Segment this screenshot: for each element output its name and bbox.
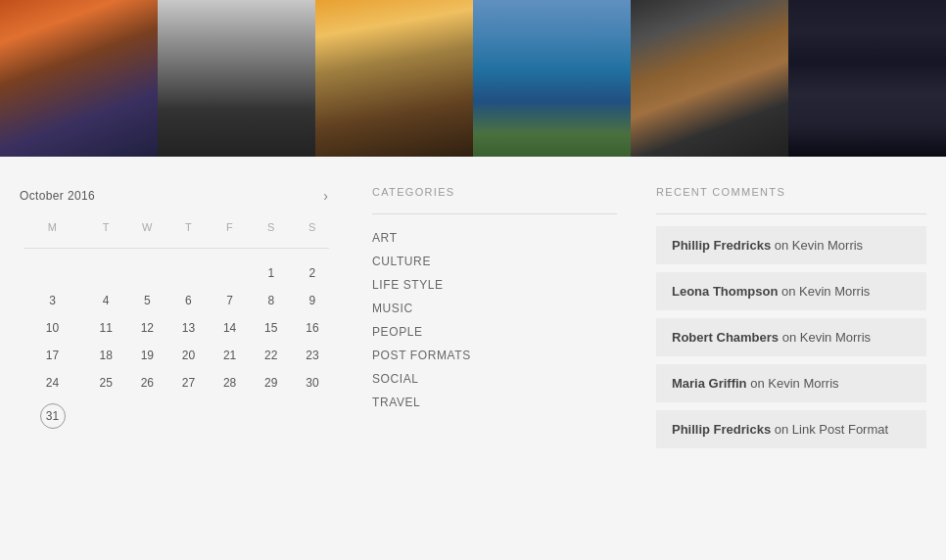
comment-post-link-2[interactable]: Kevin Morris [799, 284, 870, 299]
category-item[interactable]: MUSIC [372, 297, 617, 320]
commenter-name-5: Phillip Fredricks [672, 422, 771, 437]
calendar-weekday-row: M T W T F S S [20, 217, 333, 241]
weekday-wed: W [126, 217, 167, 241]
hero-image-6 [788, 0, 946, 157]
comments-divider [656, 213, 926, 214]
comment-preposition-2: on [781, 284, 799, 299]
category-item[interactable]: ART [372, 226, 617, 250]
comment-card-4: Maria Griffin on Kevin Morris [656, 364, 926, 402]
comment-post-link-5[interactable]: Link Post Format [792, 422, 888, 437]
calendar-table: M T W T F S S 1 2 [20, 217, 333, 436]
category-item[interactable]: SOCIAL [372, 367, 617, 391]
comment-preposition-1: on [775, 238, 792, 253]
categories-divider [372, 213, 617, 214]
category-item[interactable]: LIFE STYLE [372, 273, 617, 297]
hero-image-3 [315, 0, 473, 157]
calendar-week-1: 1 2 [20, 259, 333, 287]
comment-preposition-4: on [750, 376, 768, 391]
commenter-name-3: Robert Chambers [672, 330, 779, 345]
calendar-week-3: 10 11 12 13 14 15 16 [20, 314, 333, 342]
category-item[interactable]: CULTURE [372, 250, 617, 273]
calendar-week-6: 31 [20, 397, 333, 436]
comment-card-1: Phillip Fredricks on Kevin Morris [656, 226, 926, 264]
calendar-week-5: 24 25 26 27 28 29 30 [20, 369, 333, 397]
comment-preposition-5: on [775, 422, 792, 437]
calendar-next-button[interactable]: › [318, 186, 333, 206]
comment-post-link-4[interactable]: Kevin Morris [768, 376, 838, 391]
today-indicator: 31 [40, 403, 66, 429]
calendar-week-4: 17 18 19 20 21 22 23 [20, 342, 333, 369]
comment-post-link-3[interactable]: Kevin Morris [800, 330, 871, 345]
comment-card-2: Leona Thompson on Kevin Morris [656, 272, 926, 310]
commenter-name-4: Maria Griffin [672, 376, 747, 391]
calendar-section: October 2016 › M T W T F S S [20, 186, 353, 456]
hero-image-4 [473, 0, 631, 157]
commenter-name-2: Leona Thompson [672, 284, 778, 299]
calendar-header: October 2016 › [20, 186, 333, 206]
hero-image-1 [0, 0, 158, 157]
categories-heading: CATEGORIES [372, 186, 617, 198]
category-list: ART CULTURE LIFE STYLE MUSIC PEOPLE POST… [372, 226, 617, 414]
categories-section: CATEGORIES ART CULTURE LIFE STYLE MUSIC … [353, 186, 637, 456]
hero-image-2 [158, 0, 315, 157]
commenter-name-1: Phillip Fredricks [672, 238, 771, 253]
comments-section: RECENT COMMENTS Phillip Fredricks on Kev… [637, 186, 926, 456]
comment-card-3: Robert Chambers on Kevin Morris [656, 318, 926, 356]
weekday-thu: T [167, 217, 209, 241]
recent-comments-heading: RECENT COMMENTS [656, 186, 926, 198]
comment-card-5: Phillip Fredricks on Link Post Format [656, 410, 926, 448]
weekday-sun: S [292, 217, 333, 241]
category-item[interactable]: TRAVEL [372, 391, 617, 414]
calendar-week-2: 3 4 5 6 7 8 9 [20, 287, 333, 314]
hero-image-5 [631, 0, 788, 157]
category-item[interactable]: POST FORMATS [372, 344, 617, 367]
weekday-tue: T [85, 217, 126, 241]
comment-preposition-3: on [782, 330, 800, 345]
weekday-fri: F [210, 217, 251, 241]
weekday-sat: S [251, 217, 292, 241]
main-content: October 2016 › M T W T F S S [0, 157, 946, 486]
calendar-title: October 2016 [20, 189, 95, 203]
comment-post-link-1[interactable]: Kevin Morris [792, 238, 863, 253]
category-item[interactable]: PEOPLE [372, 320, 617, 344]
weekday-mon: M [20, 217, 85, 241]
hero-strip [0, 0, 946, 157]
